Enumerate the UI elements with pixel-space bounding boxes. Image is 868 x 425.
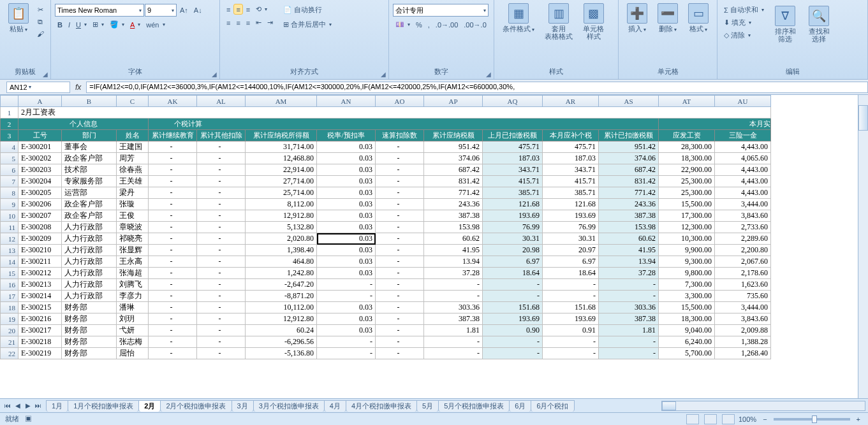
cell[interactable]: - [149, 325, 197, 336]
cell[interactable]: - [543, 291, 599, 302]
cell[interactable]: 6,240.00 [659, 336, 715, 348]
cell[interactable]: 财务部 [62, 325, 117, 336]
cell[interactable]: 153.98 [599, 222, 659, 233]
cell[interactable]: 3,444.00 [715, 302, 771, 313]
cell[interactable]: 12,912.80 [246, 313, 317, 325]
cell[interactable]: - [376, 176, 424, 187]
col-header[interactable]: AP [424, 96, 483, 107]
col-header[interactable] [1, 96, 18, 107]
cell[interactable]: 王建国 [117, 141, 149, 153]
cell[interactable]: 0.03 [317, 245, 376, 256]
cell[interactable]: 周芳 [117, 153, 149, 164]
delete-button[interactable]: ➖删除▾ [653, 1, 682, 36]
cell[interactable]: 董事会 [62, 141, 117, 153]
cell[interactable]: 831.42 [599, 176, 659, 187]
cell[interactable]: 18,300.00 [659, 313, 715, 325]
cell[interactable]: 12,300.00 [659, 222, 715, 233]
cell[interactable]: - [317, 336, 376, 348]
cell[interactable]: 张璇 [117, 199, 149, 210]
tab-nav-next[interactable]: ▶ [23, 401, 33, 411]
cell[interactable]: 771.42 [424, 187, 483, 199]
cell[interactable]: 2,009.88 [715, 325, 771, 336]
row-header[interactable]: 3 [1, 130, 18, 141]
clipboard-dialog-launcher[interactable]: ◢ [43, 71, 48, 78]
cell[interactable]: - [376, 164, 424, 176]
cell[interactable]: 60.62 [424, 233, 483, 245]
col-header[interactable]: AM [246, 96, 317, 107]
cell[interactable]: 2,289.60 [715, 233, 771, 245]
cell[interactable]: 387.38 [599, 210, 659, 222]
cell[interactable]: 151.68 [483, 302, 543, 313]
cell[interactable]: 7,300.00 [659, 279, 715, 291]
cell[interactable]: 2,200.80 [715, 245, 771, 256]
cell[interactable]: 187.03 [483, 153, 543, 164]
cell[interactable]: E-300216 [18, 313, 62, 325]
cell[interactable]: - [197, 302, 246, 313]
cell[interactable]: - [149, 245, 197, 256]
cell[interactable]: 弋妍 [117, 325, 149, 336]
cell[interactable]: - [149, 348, 197, 359]
align-left-button[interactable]: ≡ [224, 17, 233, 28]
cell[interactable]: 0.03 [317, 210, 376, 222]
fill-button[interactable]: ⬇ 填充▾ [721, 17, 767, 29]
cell[interactable]: - [197, 279, 246, 291]
cell[interactable]: 刘腾飞 [117, 279, 149, 291]
cell[interactable]: 5,132.80 [246, 222, 317, 233]
cell[interactable]: 385.71 [483, 187, 543, 199]
cell[interactable]: 243.36 [599, 199, 659, 210]
macro-icon[interactable]: ▣ [25, 415, 32, 422]
cell[interactable]: 37.28 [424, 268, 483, 279]
cell[interactable]: 李彦力 [117, 291, 149, 302]
cell[interactable]: 374.06 [424, 153, 483, 164]
cell[interactable]: 20.97 [543, 245, 599, 256]
format-button[interactable]: ▭格式▾ [684, 1, 713, 36]
row-header[interactable]: 16 [1, 279, 18, 291]
cell[interactable]: - [149, 233, 197, 245]
cell[interactable]: -8,871.20 [246, 291, 317, 302]
cell[interactable]: 31,714.00 [246, 141, 317, 153]
sheet-tab[interactable]: 2月个税扣缴申报表 [160, 400, 232, 412]
sheet-tab[interactable]: 6月个税扣 [531, 400, 574, 412]
cell[interactable]: 28,300.00 [659, 141, 715, 153]
cell[interactable]: E-300204 [18, 176, 62, 187]
cell[interactable]: 人力行政部 [62, 222, 117, 233]
cell[interactable]: - [149, 313, 197, 325]
cell[interactable]: - [149, 141, 197, 153]
cell[interactable]: 财务部 [62, 302, 117, 313]
cell[interactable]: 0.91 [543, 325, 599, 336]
cell[interactable]: - [149, 176, 197, 187]
cell[interactable]: E-300201 [18, 141, 62, 153]
zoom-out-button[interactable]: − [760, 414, 769, 424]
clear-button[interactable]: ◇ 清除▾ [721, 29, 767, 41]
cell[interactable]: - [197, 153, 246, 164]
cell[interactable]: 464.80 [246, 256, 317, 268]
cell[interactable]: - [376, 222, 424, 233]
row-header[interactable]: 5 [1, 153, 18, 164]
cell[interactable]: 12,468.80 [246, 153, 317, 164]
cell[interactable]: - [149, 291, 197, 302]
cell[interactable]: 潘琳 [117, 302, 149, 313]
col-header[interactable]: B [62, 96, 117, 107]
cell[interactable]: 1.81 [599, 325, 659, 336]
increase-indent-button[interactable]: ⇥ [265, 17, 276, 28]
cell[interactable]: - [424, 348, 483, 359]
cell[interactable]: 243.36 [424, 199, 483, 210]
cell[interactable]: 951.42 [599, 141, 659, 153]
cell[interactable]: 735.60 [715, 291, 771, 302]
currency-button[interactable]: 💷▾ [393, 19, 413, 30]
cell[interactable]: 37.28 [599, 268, 659, 279]
cell[interactable]: - [376, 153, 424, 164]
cell[interactable]: - [197, 325, 246, 336]
cell[interactable]: 687.42 [424, 164, 483, 176]
row-header[interactable]: 6 [1, 164, 18, 176]
cell[interactable]: - [197, 268, 246, 279]
cell[interactable]: 张海超 [117, 268, 149, 279]
cell[interactable]: - [149, 279, 197, 291]
number-dialog-launcher[interactable]: ◢ [486, 71, 491, 78]
copy-button[interactable]: ⧉ [34, 16, 46, 27]
cell[interactable]: 政企客户部 [62, 153, 117, 164]
cell[interactable]: 专家服务部 [62, 176, 117, 187]
cell[interactable]: 1,398.40 [246, 245, 317, 256]
row-header[interactable]: 13 [1, 245, 18, 256]
cell[interactable]: 831.42 [424, 176, 483, 187]
